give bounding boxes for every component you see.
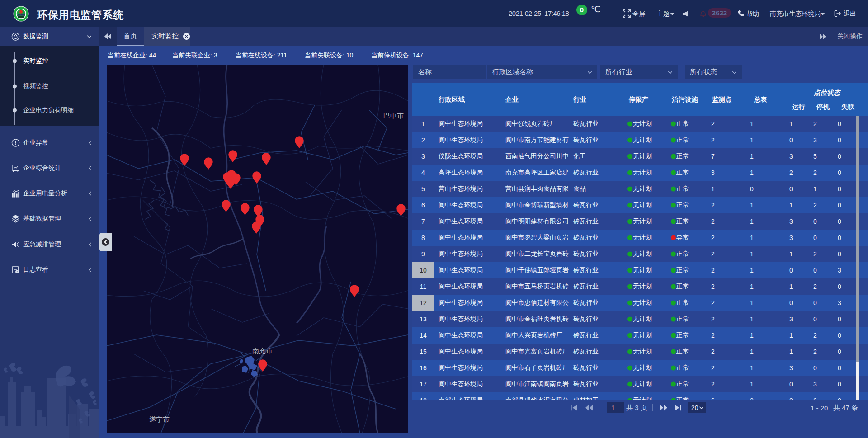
svg-text:遂宁市: 遂宁市 [149,415,170,423]
svg-text:巴中市: 巴中市 [383,112,404,119]
svg-text:南充市: 南充市 [252,347,273,354]
